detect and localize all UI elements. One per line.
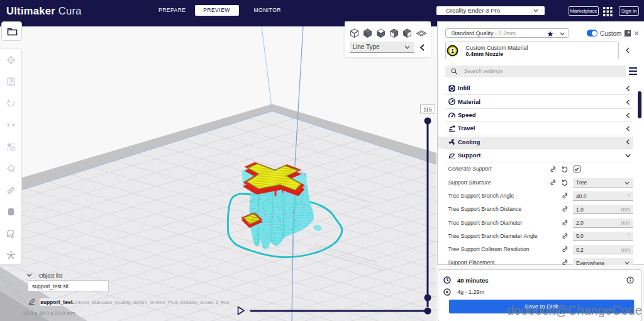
svg-text:1: 1 bbox=[451, 48, 454, 54]
svg-text:115: 115 bbox=[423, 106, 432, 113]
